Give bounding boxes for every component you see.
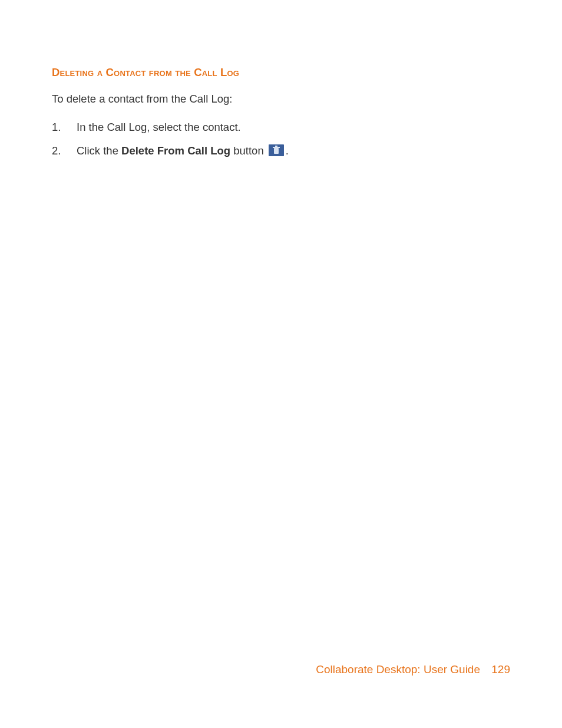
document-page: Deleting a Contact from the Call Log To … [0, 0, 562, 728]
step-number: 1. [52, 118, 68, 136]
intro-text: To delete a contact from the Call Log: [52, 92, 510, 107]
footer-page-number: 129 [491, 663, 510, 676]
step-number: 2. [52, 142, 68, 160]
step-text: button [230, 144, 267, 157]
page-footer: Collaborate Desktop: User Guide 129 [316, 663, 510, 676]
delete-from-call-log-icon [269, 144, 284, 156]
step-item: 1. In the Call Log, select the contact. [52, 118, 510, 136]
steps-list: 1. In the Call Log, select the contact. … [52, 118, 510, 159]
step-item: 2. Click the Delete From Call Log button… [52, 142, 510, 160]
step-text-bold: Delete From Call Log [121, 144, 230, 157]
step-text: Click the [77, 144, 121, 157]
step-text: In the Call Log, select the contact. [77, 121, 241, 133]
section-heading: Deleting a Contact from the Call Log [52, 66, 510, 79]
footer-title: Collaborate Desktop: User Guide [316, 663, 480, 676]
step-text: . [286, 144, 289, 157]
